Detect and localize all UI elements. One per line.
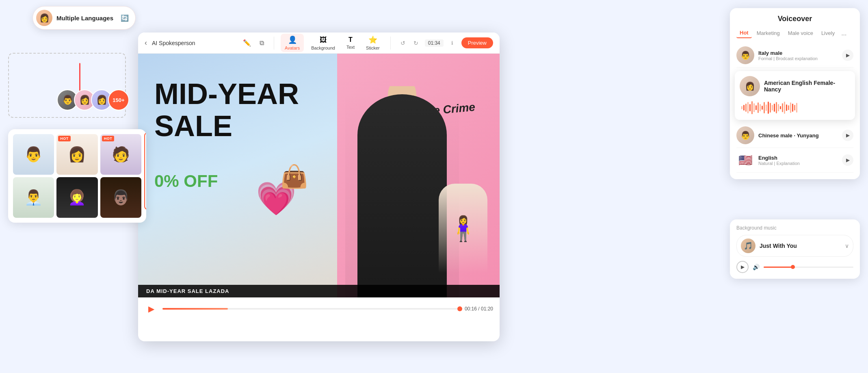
waveform-bar-25 bbox=[792, 104, 793, 112]
voice-featured-nancy[interactable]: 👩 American English Female-Nancy bbox=[735, 71, 855, 120]
info-icon: ℹ bbox=[447, 37, 458, 49]
time-display: 00:16 / 01:20 bbox=[465, 306, 493, 312]
preview-button[interactable]: Preview bbox=[461, 37, 493, 48]
copy-icon[interactable]: ⧉ bbox=[256, 37, 267, 49]
avatar-body bbox=[357, 94, 447, 297]
vo-tab-marketing[interactable]: Marketing bbox=[753, 28, 783, 38]
waveform-bar-16 bbox=[774, 104, 775, 112]
avatar-grid: 👨 HOT 👩 HOT 🧑 👨‍💼 👩‍🦱 👨🏿 bbox=[13, 134, 141, 218]
text-tool-icon: T bbox=[348, 36, 353, 43]
bgm-song-item[interactable]: 🎵 Just With You ∨ bbox=[736, 235, 853, 257]
waveform-bar-2 bbox=[745, 104, 747, 112]
volume-icon: 🔊 bbox=[753, 264, 760, 270]
sticker-tool-label: Sticker bbox=[366, 46, 380, 50]
waveform-bar-19 bbox=[780, 106, 781, 109]
waveform-bar-13 bbox=[768, 102, 769, 114]
ticker-text: DA MID-YEAR SALE LAZADA bbox=[146, 288, 229, 294]
sale-line1: MID-YEAR bbox=[154, 78, 299, 110]
tool-avatars[interactable]: 👤 Avatars bbox=[281, 34, 304, 52]
voice-name-english: English bbox=[758, 155, 838, 161]
repeat-icon: 🔄 bbox=[121, 14, 129, 22]
play-button[interactable]: ▶ bbox=[145, 302, 158, 315]
voice-waveform bbox=[740, 100, 850, 115]
avatar-count-badge: 150+ bbox=[108, 89, 129, 111]
voice-desc-english: Natural | Explanation bbox=[758, 161, 838, 166]
progress-fill bbox=[162, 308, 228, 310]
voice-play-english[interactable]: ▶ bbox=[842, 154, 853, 166]
duration-display: 01:34 bbox=[425, 39, 444, 47]
languages-badge[interactable]: 👩 Multiple Languages 🔄 bbox=[32, 6, 136, 30]
vo-more-button[interactable]: ... bbox=[841, 30, 846, 37]
avatar-card-5[interactable]: 👩‍🦱 bbox=[56, 177, 97, 218]
voiceover-tabs: Hot Marketing Male voice Lively ... bbox=[736, 28, 853, 38]
bgm-volume-slider[interactable] bbox=[764, 267, 853, 268]
vo-tab-hot[interactable]: Hot bbox=[736, 28, 752, 38]
video-canvas: Ice Crime MID-YEAR SALE 0% OFF 💗 👜 🧍‍♀️ … bbox=[138, 54, 500, 297]
avatar-face-1: 👨 bbox=[13, 134, 54, 175]
text-tool-label: Text bbox=[346, 45, 355, 50]
progress-bar[interactable] bbox=[162, 308, 460, 310]
lang-avatar: 👩 bbox=[36, 10, 52, 26]
tool-background[interactable]: 🖼 Background bbox=[307, 34, 339, 52]
voiceover-panel: Voiceover Hot Marketing Male voice Livel… bbox=[730, 8, 860, 179]
voice-avatar-nancy: 👩 bbox=[740, 76, 760, 96]
waveform-bar-6 bbox=[753, 103, 755, 112]
bgm-song-name: Just With You bbox=[760, 243, 841, 249]
edit-icon[interactable]: ✏️ bbox=[241, 37, 253, 49]
undo-redo-group: ↺ ↻ bbox=[397, 37, 422, 49]
hot-badge-3: HOT bbox=[102, 136, 115, 141]
undo-button[interactable]: ↺ bbox=[397, 37, 409, 49]
editor-title: AI Spokesperson bbox=[152, 40, 238, 46]
percent-off-text: 0% OFF bbox=[154, 171, 218, 191]
avatar-card-2[interactable]: HOT 👩 bbox=[56, 134, 97, 175]
bgm-section-label: Background music bbox=[736, 225, 853, 231]
waveform-bar-27 bbox=[796, 103, 797, 113]
selected-avatar-card[interactable]: 👩 bbox=[144, 132, 146, 210]
bgm-volume-thumb bbox=[791, 265, 795, 269]
progress-thumb bbox=[457, 306, 462, 311]
redo-button[interactable]: ↻ bbox=[410, 37, 422, 49]
avatar-card-1[interactable]: 👨 bbox=[13, 134, 54, 175]
voice-avatar-english: 🇺🇸 bbox=[736, 151, 754, 169]
back-button[interactable]: ‹ bbox=[145, 39, 147, 47]
voice-info-english: English Natural | Explanation bbox=[758, 155, 838, 166]
voice-item-italy-male[interactable]: 👨 Italy male Formal | Brodcast explanati… bbox=[736, 43, 853, 68]
bag-sticker: 👜 bbox=[280, 163, 308, 190]
avatar-card-4[interactable]: 👨‍💼 bbox=[13, 177, 54, 218]
background-person: 🧍‍♀️ bbox=[439, 184, 487, 273]
waveform-bar-21 bbox=[784, 102, 785, 114]
voice-play-chinese[interactable]: ▶ bbox=[842, 130, 853, 141]
voice-item-chinese[interactable]: 👨 Chinese male · Yunyang ▶ bbox=[736, 123, 853, 148]
avatar-face-6: 👨🏿 bbox=[100, 177, 141, 218]
bgm-play-button[interactable]: ▶ bbox=[736, 261, 749, 273]
voice-item-english[interactable]: 🇺🇸 English Natural | Explanation ▶ bbox=[736, 148, 853, 173]
avatars-tool-icon: 👤 bbox=[288, 35, 297, 44]
voice-featured-header: 👩 American English Female-Nancy bbox=[740, 76, 850, 96]
vo-tab-lively[interactable]: Lively bbox=[818, 28, 838, 38]
voiceover-title: Voiceover bbox=[736, 15, 853, 23]
tool-sticker[interactable]: ⭐ Sticker bbox=[362, 34, 384, 52]
waveform-bar-20 bbox=[782, 103, 783, 112]
avatar-circles-row: 👨 👩 👩 150+ bbox=[57, 89, 129, 111]
waveform-bar-26 bbox=[794, 105, 795, 111]
waveform-bar-18 bbox=[778, 104, 779, 111]
voice-play-italy[interactable]: ▶ bbox=[842, 50, 853, 61]
hot-badge-2: HOT bbox=[58, 136, 71, 141]
vo-tab-male-voice[interactable]: Male voice bbox=[785, 28, 816, 38]
avatar-card-3[interactable]: HOT 🧑 bbox=[100, 134, 141, 175]
bgm-controls: ▶ 🔊 bbox=[736, 261, 853, 273]
waveform-bar-12 bbox=[766, 104, 767, 111]
video-controls: ▶ 00:16 / 01:20 bbox=[138, 297, 500, 320]
waveform-bar-11 bbox=[764, 102, 765, 113]
waveform-bar-10 bbox=[762, 106, 763, 110]
waveform-bar-22 bbox=[786, 104, 787, 111]
voice-avatar-italy: 👨 bbox=[736, 46, 754, 64]
waveform-bar-23 bbox=[788, 105, 789, 110]
avatar-card-6[interactable]: 👨🏿 bbox=[100, 177, 141, 218]
toolbar-divider-2 bbox=[390, 37, 391, 50]
background-tool-icon: 🖼 bbox=[320, 36, 327, 44]
tool-text[interactable]: T Text bbox=[342, 35, 359, 51]
percent-value: 0% OFF bbox=[154, 171, 218, 191]
bgm-chevron-icon: ∨ bbox=[845, 243, 849, 249]
waveform-bar-5 bbox=[751, 101, 753, 114]
